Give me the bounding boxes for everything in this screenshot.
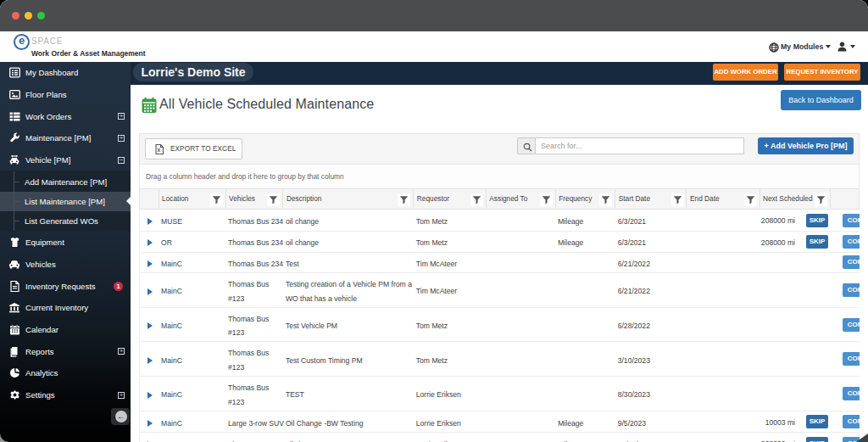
svg-text:x: x [158, 147, 161, 153]
